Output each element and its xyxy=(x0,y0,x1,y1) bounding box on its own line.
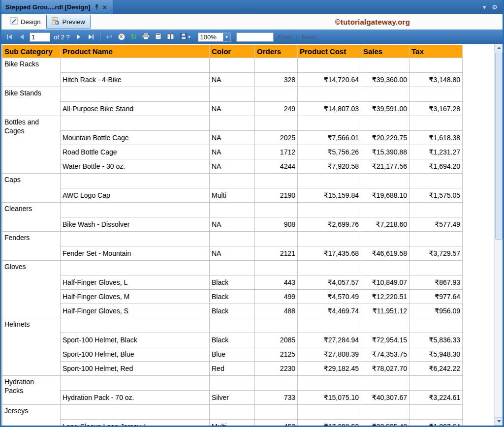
product-name-cell: AWC Logo Cap xyxy=(61,188,210,203)
empty-cell xyxy=(61,232,210,246)
sales-cell: ₹20,229.75 xyxy=(361,131,410,145)
empty-cell xyxy=(298,87,361,102)
header-color: Color xyxy=(210,45,255,58)
group-header-row: Hydration Packs xyxy=(2,376,463,391)
scrollbar-thumb[interactable] xyxy=(495,53,503,240)
report-viewer: Sub Category Product Name Color Orders P… xyxy=(1,44,503,426)
first-page-button[interactable] xyxy=(4,31,15,42)
zoom-select[interactable]: 100% ▾ xyxy=(198,32,231,42)
toolbar-separator xyxy=(100,32,100,41)
color-cell: Silver xyxy=(210,391,255,405)
gear-icon[interactable]: ⚙ xyxy=(492,3,498,11)
color-cell: Black xyxy=(210,290,255,304)
prev-page-button[interactable] xyxy=(16,31,27,42)
printer-icon xyxy=(142,33,150,41)
detail-row: Half-Finger Gloves, LBlack443₹4,057.57₹1… xyxy=(2,275,463,290)
tax-cell: ₹1,807.64 xyxy=(410,420,463,426)
vertical-scrollbar[interactable] xyxy=(494,44,503,426)
last-page-button[interactable] xyxy=(86,31,96,42)
empty-cell xyxy=(361,261,410,275)
empty-cell xyxy=(361,203,410,217)
empty-cell xyxy=(210,405,255,420)
empty-cell xyxy=(298,58,361,73)
detail-row: Water Bottle - 30 oz.NA4244₹7,920.58₹21,… xyxy=(2,159,463,174)
orders-cell: 2025 xyxy=(255,131,298,145)
scroll-down-button[interactable] xyxy=(495,417,503,426)
product-name-cell: Fender Set - Mountain xyxy=(61,246,210,261)
tab-preview-label: Preview xyxy=(62,18,85,26)
empty-cell xyxy=(361,58,410,73)
color-cell: NA xyxy=(210,131,255,145)
find-input[interactable] xyxy=(236,32,274,42)
empty-cell xyxy=(61,87,210,102)
find-link[interactable]: Find xyxy=(278,33,291,41)
zoom-caret-icon[interactable]: ▾ xyxy=(223,32,231,42)
sales-cell: ₹22,595.48 xyxy=(361,420,410,426)
detail-row: Mountain Bottle CageNA2025₹7,566.01₹20,2… xyxy=(2,131,463,145)
scroll-up-icon xyxy=(497,47,501,49)
empty-cell xyxy=(410,232,463,246)
find-next-separator: | xyxy=(296,33,297,41)
page-number-input[interactable] xyxy=(30,32,50,42)
export-dropdown-caret[interactable]: ▾ xyxy=(188,34,190,39)
product-name-cell: Sport-100 Helmet, Blue xyxy=(61,347,210,362)
detail-row: Hydration Pack - 70 oz.Silver733₹15,075.… xyxy=(2,391,463,405)
group-header-row: Bike Stands xyxy=(2,87,463,102)
subcategory-cell: Bottles and Cages xyxy=(2,116,61,174)
detail-row: Road Bottle CageNA1712₹5,756.26₹15,390.8… xyxy=(2,145,463,159)
empty-cell xyxy=(61,116,210,131)
empty-cell xyxy=(61,174,210,188)
empty-cell xyxy=(361,405,410,420)
stop-icon: × xyxy=(118,33,125,40)
chevron-down-icon[interactable]: ▾ xyxy=(483,3,486,11)
stop-button[interactable]: × xyxy=(116,31,127,42)
detail-row: Sport-100 Helmet, BlueBlue2125₹27,808.39… xyxy=(2,347,463,362)
empty-cell xyxy=(61,203,210,217)
sales-cell: ₹72,954.15 xyxy=(361,333,410,347)
sales-cell: ₹39,360.00 xyxy=(361,73,410,87)
detail-row: Sport-100 Helmet, BlackBlack2085₹27,284.… xyxy=(2,333,463,347)
tax-cell: ₹1,694.20 xyxy=(410,159,463,174)
next-link[interactable]: Next xyxy=(302,33,315,41)
empty-cell xyxy=(410,405,463,420)
export-button[interactable]: ▾ xyxy=(178,31,193,42)
mode-tabstrip: Design Preview ©tutorialgateway.org xyxy=(1,14,503,30)
empty-cell xyxy=(361,376,410,391)
tax-cell: ₹3,167.28 xyxy=(410,102,463,116)
back-button[interactable]: ↩ xyxy=(104,31,115,42)
subcategory-cell: Bike Racks xyxy=(2,58,61,87)
tab-design[interactable]: Design xyxy=(5,15,45,28)
page-setup-button[interactable] xyxy=(165,31,176,42)
group-header-row: Fenders xyxy=(2,232,463,246)
empty-cell xyxy=(410,58,463,73)
close-icon[interactable]: × xyxy=(103,4,107,11)
empty-cell xyxy=(255,261,298,275)
report-toolbar: of 2 ? ↩ × ↻ ▾ 100% ▾ Find | Next xyxy=(1,30,503,44)
next-page-button[interactable] xyxy=(73,31,84,42)
sales-cell: ₹10,849.07 xyxy=(361,275,410,290)
document-tab[interactable]: Stepped Grou....rdl [Design] × xyxy=(1,0,113,14)
orders-cell: 452 xyxy=(255,420,298,426)
tax-cell: ₹3,729.57 xyxy=(410,246,463,261)
subcategory-cell: Jerseys xyxy=(2,405,61,426)
product-name-cell: Half-Finger Gloves, M xyxy=(61,290,210,304)
empty-cell xyxy=(255,405,298,420)
tab-preview[interactable]: Preview xyxy=(46,15,90,29)
subcategory-cell: Helmets xyxy=(2,318,61,376)
pin-icon[interactable] xyxy=(94,4,99,10)
product-cost-cell: ₹15,075.10 xyxy=(298,391,361,405)
print-button[interactable] xyxy=(141,31,152,42)
orders-cell: 1712 xyxy=(255,145,298,159)
subcategory-cell: Fenders xyxy=(2,232,61,261)
subcategory-cell: Bike Stands xyxy=(2,87,61,116)
empty-cell xyxy=(210,58,255,73)
refresh-button[interactable]: ↻ xyxy=(128,31,139,42)
detail-row: All-Purpose Bike StandNA249₹14,807.03₹39… xyxy=(2,102,463,116)
scroll-up-button[interactable] xyxy=(495,44,503,52)
design-icon xyxy=(10,17,18,26)
product-cost-cell: ₹15,159.84 xyxy=(298,188,361,203)
group-header-row: Cleaners xyxy=(2,203,463,217)
color-cell: Black xyxy=(210,304,255,318)
empty-cell xyxy=(410,116,463,131)
print-layout-button[interactable] xyxy=(153,31,164,42)
